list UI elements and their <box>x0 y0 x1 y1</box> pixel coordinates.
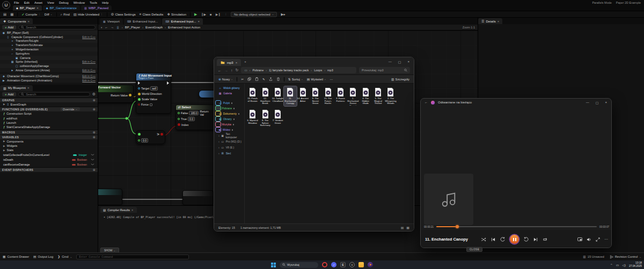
sidebar-item[interactable]: › ▶ Wideo <box>215 127 221 132</box>
return-value-pin[interactable] <box>129 94 131 96</box>
file-item[interactable]: 1. Enchanted Forest Revisit <box>347 86 359 106</box>
component-row[interactable]: + TransformToLight <box>0 39 98 43</box>
hide-unrelated-button[interactable]: ▧Hide Unrelated⋮ <box>74 12 103 17</box>
forward-icon[interactable] <box>524 237 529 242</box>
greater-value[interactable]: 0.0 <box>141 138 148 143</box>
frame-skip-button[interactable]: ❙▶ <box>201 12 206 16</box>
more-options-icon[interactable]: ⋯ <box>604 237 608 242</box>
address-crumb-item[interactable]: ›1) fairytale fantasy tracks pack <box>266 69 309 72</box>
variable-row[interactable]: totalCollectedFruitsOnCurrentLevel Integ… <box>0 153 98 158</box>
exec-in-pin[interactable] <box>138 81 140 85</box>
node-get-forward-vector[interactable]: Get Actor Forward Vector Target is Actor… <box>98 85 134 103</box>
file-item[interactable]: 3. Faerie Fortress <box>334 86 347 106</box>
revision-control-dropdown[interactable]: Revision Control⌄ <box>610 255 641 259</box>
paste-icon[interactable] <box>255 77 259 81</box>
visibility-eye-icon[interactable] <box>91 163 94 166</box>
component-row[interactable]: ◉ BP_Player (Self) <box>0 31 98 35</box>
target-pin[interactable] <box>138 87 140 89</box>
taskbar-app-explorer-icon[interactable] <box>358 262 364 267</box>
function-row[interactable]: ƒStartCameraShakeApplyDamage <box>0 125 98 129</box>
expand-chevron-icon[interactable]: › <box>218 146 219 149</box>
edit-in-cpp-link[interactable]: Edit in C++ <box>82 79 96 82</box>
tab-my-blueprint[interactable]: ▥ My Blueprint × <box>0 85 33 91</box>
class-settings-button[interactable]: ⚙Class Settings <box>111 12 136 17</box>
edit-in-cpp-link[interactable]: Edit in C++ <box>82 35 96 39</box>
file-item[interactable]: 7. Verdant Grove <box>272 108 284 128</box>
target-value[interactable]: self <box>150 86 158 91</box>
taskbar-app-media-player-icon[interactable] <box>368 262 373 267</box>
simulation-button[interactable]: ❖Simulation <box>167 12 186 17</box>
close-tab-icon[interactable]: × <box>27 86 30 89</box>
file-item[interactable]: 9. The Secret Grove <box>309 86 321 106</box>
menu-item[interactable]: Edit <box>24 1 30 4</box>
select-false-pin[interactable] <box>178 112 180 114</box>
section-macros[interactable]: MACROS⊕ <box>0 130 98 134</box>
graph-tab[interactable]: ⌨ Enhanced Input... × <box>124 18 161 25</box>
diff-button[interactable]: Diff⌄ <box>45 13 53 16</box>
force-checkbox[interactable] <box>150 103 152 106</box>
select-index-pin[interactable] <box>178 123 180 126</box>
taskbar-clock[interactable]: 13:18 27.04.2025 <box>629 261 642 267</box>
minimize-icon[interactable]: — <box>389 60 392 63</box>
nav-forward-icon[interactable]: → <box>224 69 228 72</box>
add-component-button[interactable]: +Add <box>2 25 16 29</box>
refresh-icon[interactable]: ↻ <box>236 68 239 72</box>
browse-icon[interactable]: ▦ <box>10 12 13 17</box>
list-view-icon[interactable]: ▤ <box>401 226 404 229</box>
file-item[interactable]: 4. The Hidden Glade <box>360 86 372 106</box>
partial-node-character[interactable] <box>98 189 122 205</box>
breadcrumb-item[interactable]: ›EventGraph <box>142 26 163 29</box>
sidebar-item[interactable]: › ▭ Pro (M2) (D:) <box>215 139 243 144</box>
exec-out-pin[interactable] <box>167 81 169 85</box>
breadcrumb-item[interactable]: ›Enhanced Input Action <box>165 26 200 29</box>
address-crumb-item[interactable]: ›Loops <box>311 69 322 72</box>
seek-knob[interactable] <box>456 225 459 228</box>
component-row[interactable]: ► Arrow Component (Arrow) Edit in C++ <box>0 68 98 72</box>
component-row[interactable]: ▣ Camera <box>0 56 98 60</box>
sidebar-item[interactable]: › ♪ Muzyka <box>215 122 221 127</box>
scale-value-pin[interactable] <box>138 98 141 101</box>
explorer-search-input[interactable]: Przeszukaj: mp3 <box>359 67 410 73</box>
greater-input-a-pin[interactable] <box>138 133 141 136</box>
asset-tab[interactable]: ◆ BP_GameInstance × <box>43 5 80 11</box>
file-item[interactable]: 5. The Magical Thicket <box>372 86 384 106</box>
gear-icon[interactable]: ⚙ <box>92 92 96 96</box>
maximize-icon[interactable]: ▢ <box>398 60 401 64</box>
expand-chevron-icon[interactable]: › <box>218 140 219 143</box>
function-row[interactable]: ƒeditFruit <box>0 116 98 120</box>
share-icon[interactable] <box>269 77 273 81</box>
component-row[interactable]: ▶ Animation Component (Animation) Edit i… <box>0 78 98 83</box>
start-button[interactable] <box>271 263 276 267</box>
file-item[interactable]: 14. Ancient Arbor <box>297 86 309 106</box>
asset-tab[interactable]: ▥ WBP_Paused × <box>81 5 112 11</box>
sidebar-item[interactable]: › ⌂ Widok główny <box>215 85 243 91</box>
sidebar-item[interactable]: › ⊞ Sieć <box>215 151 243 156</box>
maximize-icon[interactable]: ▢ <box>596 101 599 104</box>
close-button[interactable]: CLOSE <box>466 247 482 252</box>
nav-back-icon[interactable]: ← <box>105 26 108 29</box>
edit-in-cpp-link[interactable]: Edit in C++ <box>82 60 96 63</box>
save-icon[interactable]: ▤ <box>3 12 6 17</box>
component-row[interactable]: ⌐ SpringArm <box>0 51 98 56</box>
visibility-eye-icon[interactable] <box>91 154 94 156</box>
nav-back-icon[interactable]: ← <box>218 69 222 72</box>
class-defaults-button[interactable]: ≡Class Defaults <box>140 12 163 16</box>
sidebar-item[interactable]: › ▭ V8 (E:) <box>215 145 243 150</box>
explorer-title-bar[interactable]: mp3 × + — ▢ × <box>214 57 414 66</box>
nav-up-icon[interactable]: ↑ <box>231 69 233 72</box>
file-item[interactable]: 13. Petals of Illusion <box>246 86 259 106</box>
false-value[interactable]: 180.0 <box>189 111 199 115</box>
address-crumb-item[interactable]: ›Pobrane <box>250 69 264 72</box>
function-row[interactable]: ƒConstruction Script <box>0 111 98 116</box>
compile-button[interactable]: ✓Compile⋮ <box>21 12 41 16</box>
asset-tab[interactable]: ◆ BP_Player × <box>13 5 42 11</box>
menu-item[interactable]: Debug <box>59 1 69 4</box>
view-button[interactable]: ▤Wyświetl⌄ <box>307 78 326 81</box>
add-dispatcher-icon[interactable]: ⊕ <box>93 168 96 171</box>
next-track-icon[interactable] <box>533 237 538 242</box>
minimize-icon[interactable]: — <box>586 101 589 104</box>
unreal-logo-icon[interactable]: U <box>2 1 10 9</box>
stop-button[interactable]: ■ <box>210 13 212 16</box>
menu-item[interactable]: Window <box>74 1 85 4</box>
section-event-dispatchers[interactable]: EVENT DISPATCHERS⊕ <box>0 167 98 172</box>
